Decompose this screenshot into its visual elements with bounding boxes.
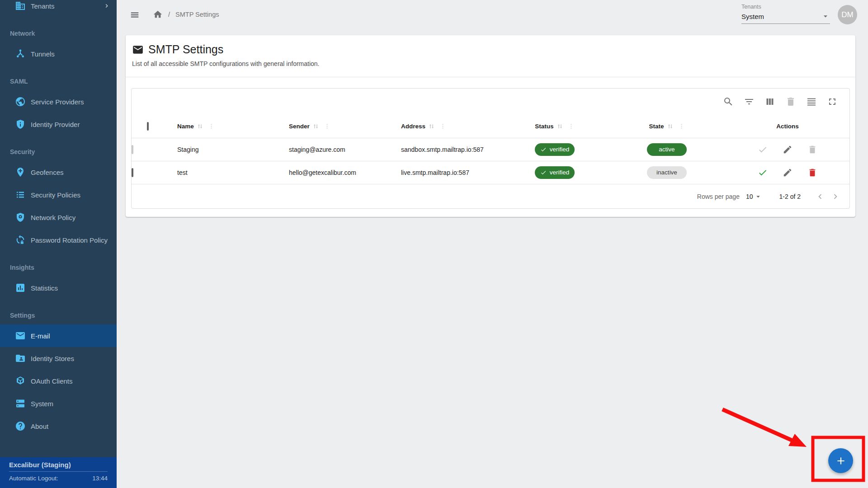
system-icon [14,398,26,409]
sidebar-item-label: Statistics [31,284,58,292]
sidebar-item-identity-provider[interactable]: Identity Provider [0,113,117,136]
sidebar-section-insights: Insights [0,258,117,277]
column-header-state[interactable]: State [609,115,725,138]
app-name: Excalibur (Staging) [9,461,108,469]
sidebar-item-email[interactable]: E-mail [0,324,117,347]
sidebar-item-label: Password Rotation Policy [31,236,108,244]
sidebar-item-oauth-clients[interactable]: OAuth Clients [0,370,117,392]
delete-icon [785,96,796,107]
sidebar-item-system[interactable]: System [0,392,117,415]
filter-icon[interactable] [744,96,755,107]
sidebar-item-label: Tunnels [31,50,55,58]
status-badge: verified [535,166,575,179]
sidebar-item-tunnels[interactable]: Tunnels [0,42,117,65]
annotation-arrow-shaft [722,409,793,441]
chevron-right-icon [103,2,110,9]
sidebar-item-identity-stores[interactable]: Identity Stores [0,347,117,370]
sidebar-section-settings: Settings [0,306,117,324]
column-header-status[interactable]: Status [500,115,609,138]
mail-icon [132,44,144,56]
column-header-name[interactable]: Name [164,115,276,138]
density-icon[interactable] [806,96,817,107]
state-badge: active [647,143,687,156]
sidebar-item-password-rotation-policy[interactable]: Password Rotation Policy [0,229,117,251]
column-menu-icon[interactable] [678,123,685,130]
column-header-address[interactable]: Address [388,115,500,138]
menu-icon[interactable] [129,10,143,21]
column-menu-icon[interactable] [208,123,215,130]
sidebar-item-tenants[interactable]: Tenants [0,0,117,17]
search-icon[interactable] [723,96,734,107]
sort-icon[interactable] [667,123,674,130]
sidebar-item-about[interactable]: About [0,415,117,437]
delete-button[interactable] [807,168,817,178]
column-menu-icon[interactable] [439,123,446,130]
footer-divider [9,471,108,472]
sidebar-section-network: Network [0,24,117,42]
sidebar-item-label: Security Policies [31,191,80,199]
table-row: Staging staging@azure.com sandbox.smtp.m… [132,138,850,161]
sort-icon[interactable] [312,123,319,130]
sidebar-item-geofences[interactable]: Geofences [0,161,117,183]
annotation-arrow-head [788,434,807,447]
sidebar-item-statistics[interactable]: Statistics [0,277,117,299]
globe-icon [14,96,26,108]
sidebar-item-service-providers[interactable]: Service Providers [0,90,117,113]
select-all-checkbox[interactable] [147,122,149,131]
home-icon[interactable] [153,9,163,19]
pagination-range: 1-2 of 2 [779,193,801,200]
column-menu-icon[interactable] [568,123,575,130]
help-icon [14,420,26,432]
smtp-table-container: Name Sender [131,88,850,209]
next-page-button [828,189,843,204]
tenants-select[interactable]: Tenants System [741,4,830,24]
building-icon [14,0,26,12]
cell-sender: hello@getexcalibur.com [276,161,388,184]
sidebar-item-label: Identity Provider [31,121,80,128]
columns-icon[interactable] [764,96,775,107]
fullscreen-icon[interactable] [827,96,838,107]
column-header-actions: Actions [725,115,850,138]
breadcrumb-page: SMTP Settings [175,11,219,18]
logout-label: Automatic Logout: [9,475,58,482]
previous-page-button [812,189,828,204]
sidebar-item-label: E-mail [31,332,50,340]
activate-button[interactable] [758,168,768,178]
sidebar-item-network-policy[interactable]: Network Policy [0,206,117,229]
edit-button[interactable] [783,168,793,178]
edit-button[interactable] [783,145,793,155]
sidebar-nav: Tenants Network Tunnels SAML Service Pro… [0,0,117,437]
sidebar-item-label: Service Providers [31,98,84,106]
row-checkbox[interactable] [132,168,133,177]
sort-icon[interactable] [428,123,435,130]
sidebar-section-security: Security [0,143,117,161]
shield-info-icon [14,118,26,130]
column-header-sender[interactable]: Sender [276,115,388,138]
column-menu-icon[interactable] [324,123,330,130]
avatar[interactable]: DM [838,5,857,24]
sort-icon[interactable] [197,123,203,130]
sidebar-item-label: Network Policy [31,214,75,221]
cell-address: live.smtp.mailtrap.io:587 [388,161,500,184]
smtp-table: Name Sender [132,115,850,184]
tunnels-icon [14,48,26,60]
add-smtp-button[interactable] [828,448,853,473]
sort-icon[interactable] [557,123,563,130]
sidebar-item-label: Geofences [31,169,64,176]
avatar-initials: DM [841,10,853,19]
identity-stores-icon [14,352,26,364]
state-badge: inactive [647,166,687,179]
geofence-pin-icon [14,166,26,178]
sidebar-item-security-policies[interactable]: Security Policies [0,183,117,206]
rows-per-page-select[interactable]: 10 [746,192,762,201]
check-icon [540,169,547,176]
check-icon [540,146,547,153]
cell-name: Staging [164,138,276,161]
cell-address: sandbox.smtp.mailtrap.io:587 [388,138,500,161]
sidebar-item-label: About [31,422,48,430]
delete-button [807,145,817,155]
card-header: SMTP Settings List of all accessible SMT… [126,35,855,77]
logout-timer: 13:44 [92,475,108,482]
shield-search-icon [14,211,26,223]
dropdown-arrow-icon [754,192,762,201]
